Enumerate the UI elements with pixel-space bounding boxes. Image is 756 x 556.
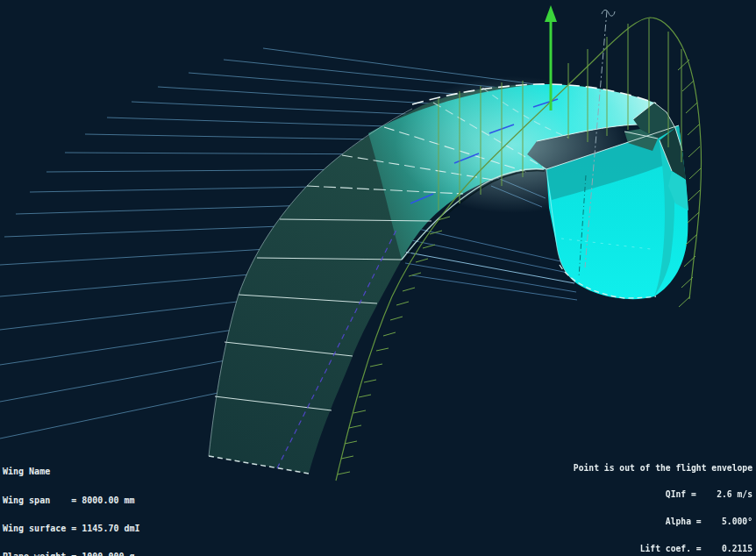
envelope-warning: Point is out of the flight envelope [553,464,752,473]
wing-3d-viewport[interactable]: Wing Name Wing span = 8000.00 mm Wing su… [0,0,756,556]
wing-span: Wing span = 8000.00 mm [3,496,156,506]
alpha-value: Alpha = 5.000° [553,517,752,526]
plane-weight: Plane weight = 1000.000 g [3,552,156,556]
qinf-value: QInf = 2.6 m/s [553,490,752,499]
lift-coef-value: Lift coef. = 0.2115 [553,545,752,553]
flight-results-panel: Point is out of the flight envelope QInf… [553,446,752,556]
wing-name: Wing Name [3,467,156,477]
wing-surface: Wing surface = 1145.70 dmI [3,524,156,534]
wing-parameters-panel: Wing Name Wing span = 8000.00 mm Wing su… [3,449,156,556]
